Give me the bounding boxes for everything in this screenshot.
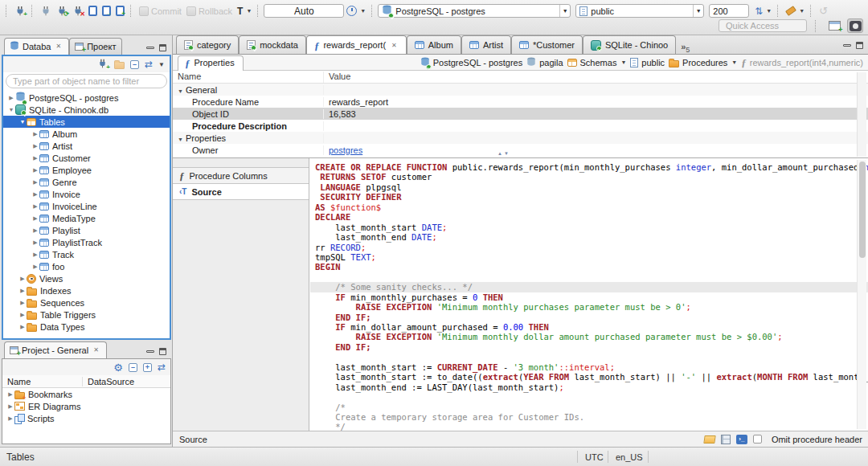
- open-perspective-button[interactable]: [826, 18, 842, 33]
- gear-icon[interactable]: ⚙: [113, 362, 123, 373]
- tree-item-playlisttrack[interactable]: ▶ PlaylistTrack: [3, 236, 170, 248]
- expander-icon[interactable]: ▼: [178, 88, 183, 94]
- refresh-button[interactable]: ⇅ ▼: [752, 6, 774, 17]
- tree-item-er-diagrams[interactable]: ▶ ER Diagrams: [2, 400, 170, 412]
- format-button[interactable]: ▼: [784, 7, 807, 14]
- undo-button[interactable]: ↺: [817, 5, 830, 17]
- prop-row-owner[interactable]: Owner postgres: [173, 144, 868, 156]
- transaction-history-button[interactable]: ▼: [344, 5, 368, 17]
- view-menu-icon[interactable]: ▼: [158, 61, 165, 68]
- tree-item-foo[interactable]: ▶ foo: [3, 260, 170, 272]
- tree-item-album[interactable]: ▶ Album: [3, 128, 170, 140]
- expander-icon[interactable]: ▶: [18, 288, 27, 294]
- breadcrumb-schemas[interactable]: Schemas ▼: [567, 58, 627, 67]
- expander-icon[interactable]: ▶: [18, 312, 27, 318]
- prop-row-procedure-description[interactable]: Procedure Description: [173, 120, 868, 132]
- expand-all-icon[interactable]: +: [143, 363, 152, 372]
- status-timezone[interactable]: UTC: [585, 452, 604, 462]
- expander-icon[interactable]: ▶: [18, 300, 27, 306]
- tab-source[interactable]: ‹T Source: [173, 183, 309, 200]
- column-name[interactable]: Name: [2, 377, 83, 386]
- expander-icon[interactable]: ▶: [18, 324, 27, 330]
- properties-page-tab[interactable]: ƒ Properties: [178, 55, 244, 71]
- expander-icon[interactable]: ▶: [31, 264, 39, 270]
- tree-item-table-triggers[interactable]: ▶ Table Triggers: [3, 309, 170, 321]
- breadcrumb-schema-public[interactable]: public: [630, 58, 665, 67]
- tab-artist[interactable]: Artist: [461, 35, 511, 54]
- tab-procedure-columns[interactable]: ƒ Procedure Columns: [173, 167, 309, 184]
- fetch-size-input[interactable]: 200: [709, 4, 749, 18]
- tree-item-customer[interactable]: ▶ Customer: [3, 152, 170, 164]
- column-value[interactable]: Value: [324, 72, 350, 83]
- collapse-all-icon[interactable]: –: [129, 363, 137, 372]
- rollback-button[interactable]: Rollback: [184, 6, 235, 17]
- tree-item-data-types[interactable]: ▶ Data Types: [3, 321, 170, 333]
- breadcrumb-connection[interactable]: PostgreSQL - postgres: [420, 57, 522, 68]
- tree-item-invoice[interactable]: ▶ Invoice: [3, 188, 170, 200]
- new-sql-editor-button[interactable]: +: [113, 5, 127, 17]
- tree-item-indexes[interactable]: ▶ Indexes: [3, 284, 170, 296]
- tab-album[interactable]: Album: [407, 35, 461, 54]
- tree-item-invoiceline[interactable]: ▶ InvoiceLine: [3, 200, 170, 212]
- expander-icon[interactable]: ▶: [31, 203, 39, 210]
- expander-icon[interactable]: ▶: [31, 251, 39, 258]
- close-icon[interactable]: ✕: [390, 41, 399, 50]
- tree-item-postgres[interactable]: ▶ PostgreSQL - postgres: [3, 92, 170, 104]
- expander-icon[interactable]: ▶: [6, 403, 14, 410]
- expander-icon[interactable]: ▶: [6, 391, 14, 398]
- dbeaver-perspective-button[interactable]: [847, 18, 863, 33]
- tree-item-tables[interactable]: ▼ Tables: [3, 116, 170, 128]
- load-from-file-icon[interactable]: [703, 435, 715, 444]
- minimize-icon[interactable]: [843, 44, 851, 47]
- minimize-icon[interactable]: [146, 350, 154, 353]
- tree-item-mediatype[interactable]: ▶ MediaType: [3, 212, 170, 224]
- tab-projects[interactable]: Проект: [69, 38, 122, 55]
- tab-database-navigator[interactable]: Databa ✕: [4, 38, 69, 55]
- tree-item-sqlite[interactable]: ▼ SQLite - Chinook.db: [3, 104, 170, 116]
- expander-icon[interactable]: ▶: [31, 215, 39, 222]
- expander-icon[interactable]: ▼: [7, 107, 15, 112]
- sql-code[interactable]: CREATE OR REPLACE FUNCTION public.reward…: [310, 158, 868, 431]
- tree-item-track[interactable]: ▶ Track: [3, 248, 170, 260]
- code-scrollbar[interactable]: [857, 160, 866, 429]
- prop-group-properties[interactable]: ▼Properties: [173, 132, 868, 144]
- tab-customer[interactable]: *Customer: [511, 35, 583, 54]
- transaction-mode-combo[interactable]: Auto: [264, 4, 344, 18]
- splitter-arrows-icon[interactable]: ▲▼: [497, 151, 510, 156]
- maximize-icon[interactable]: [159, 44, 166, 51]
- expander-icon[interactable]: ▶: [31, 167, 39, 174]
- quick-access-input[interactable]: Quick Access: [719, 19, 807, 32]
- tree-item-genre[interactable]: ▶ Genre: [3, 176, 170, 188]
- properties-scrollbar[interactable]: [857, 72, 866, 157]
- tab-overflow-button[interactable]: »5: [681, 42, 690, 54]
- breadcrumb-procedures[interactable]: Procedures ▼: [669, 58, 737, 67]
- close-icon[interactable]: ✕: [54, 42, 63, 51]
- tree-item-sequences[interactable]: ▶ Sequences: [3, 296, 170, 309]
- expander-icon[interactable]: ▶: [6, 415, 14, 422]
- owner-link[interactable]: postgres: [329, 145, 362, 155]
- open-console-icon[interactable]: ›_: [736, 435, 747, 444]
- expander-icon[interactable]: ▶: [18, 276, 27, 282]
- expander-icon[interactable]: ▶: [31, 227, 39, 234]
- sql-editor-button[interactable]: [86, 5, 100, 17]
- expander-icon[interactable]: ▶: [31, 143, 39, 149]
- link-with-editor-icon[interactable]: ⇄: [145, 59, 153, 69]
- reconnect-button[interactable]: ⟳: [54, 5, 70, 18]
- tab-project-general[interactable]: Project - General ✕: [4, 341, 107, 358]
- expander-icon[interactable]: ▶: [31, 155, 39, 161]
- close-icon[interactable]: ✕: [92, 345, 100, 354]
- connect-button[interactable]: [38, 5, 54, 18]
- expander-icon[interactable]: ▶: [31, 191, 39, 198]
- tree-item-bookmarks[interactable]: ▶ Bookmarks: [2, 388, 170, 400]
- expander-icon[interactable]: ▶: [31, 179, 39, 186]
- navigator-filter-input[interactable]: Type part of object name to filter: [6, 74, 167, 88]
- new-connection-icon[interactable]: +: [97, 59, 108, 70]
- maximize-icon[interactable]: [159, 348, 166, 355]
- prop-row-object-id[interactable]: Object ID 16,583: [173, 108, 868, 120]
- tab-rewards-report[interactable]: ƒ rewards_report( ✕: [306, 35, 407, 54]
- disconnect-button[interactable]: ✕: [70, 5, 86, 18]
- expander-icon[interactable]: ▼: [18, 119, 27, 125]
- prop-group-general[interactable]: ▼General: [173, 84, 868, 96]
- commit-button[interactable]: Commit: [137, 6, 184, 17]
- column-datasource[interactable]: DataSource: [83, 377, 134, 386]
